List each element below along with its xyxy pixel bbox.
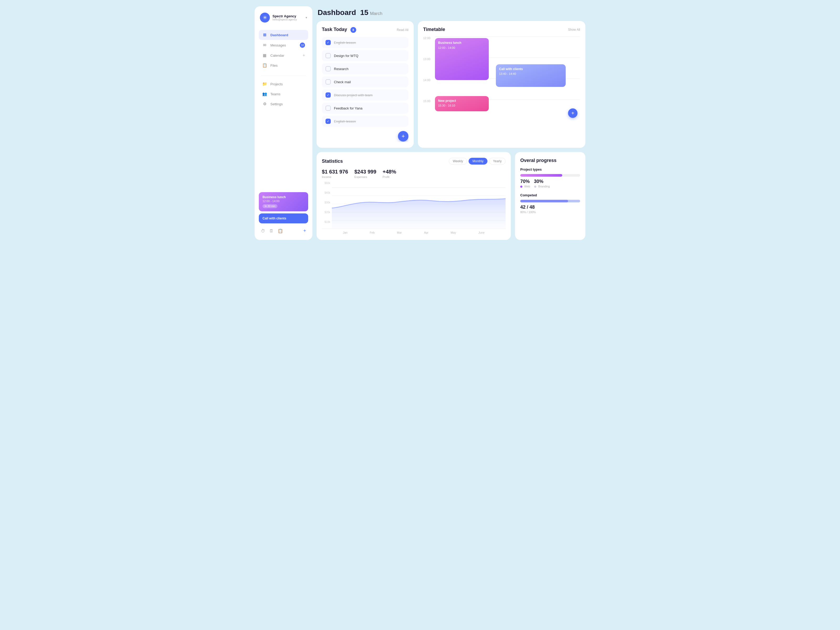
timetable-event-call-clients[interactable]: Call with clients 13:40 - 14:40 — [496, 64, 565, 87]
income-label: Income — [322, 175, 348, 178]
sidebar-item-projects[interactable]: 📁 Projects — [259, 79, 308, 89]
calendar-add-icon[interactable]: + — [303, 53, 305, 58]
calendar-small-icon[interactable]: 🗓 — [269, 229, 273, 234]
nav-divider — [261, 76, 306, 76]
task-item[interactable]: ✓ English lesson — [322, 116, 409, 127]
header-month: March — [370, 11, 382, 16]
task-label-4: Check mail — [334, 80, 351, 84]
filter-monthly[interactable]: Monthly — [469, 158, 488, 164]
profit-value: +48% — [383, 169, 396, 175]
task-item[interactable]: Design for WTQ — [322, 50, 409, 61]
completed-bar — [520, 200, 580, 202]
timetable-event-new-project[interactable]: New project 15:30 - 16:10 — [435, 96, 489, 111]
main-content: Dashboard 15 March Task Today 8 Read All — [317, 6, 585, 240]
sidebar-label-settings: Settings — [270, 102, 283, 106]
task-item[interactable]: ✓ English lesson — [322, 37, 409, 48]
sidebar-event-business-lunch[interactable]: Business lunch 12:00 - 14:00 In 30 min — [259, 192, 308, 211]
profit-label: Profit — [383, 175, 396, 178]
task-checkbox-2[interactable] — [325, 53, 331, 58]
sidebar-item-teams[interactable]: 👥 Teams — [259, 89, 308, 99]
web-label: Web — [520, 185, 530, 188]
project-types-bar-fill — [520, 174, 562, 177]
projects-icon: 📁 — [262, 82, 267, 86]
timetable-add-button[interactable]: + — [568, 108, 578, 118]
completed-value: 42 / 48 — [520, 204, 580, 210]
messages-badge: 10 — [300, 43, 305, 48]
task-checkbox-3[interactable] — [325, 66, 331, 71]
sidebar-event-title-2: Call with clients — [262, 216, 305, 220]
sidebar-item-messages[interactable]: ✉ Messages 10 — [259, 40, 308, 51]
project-types-title: Project types — [520, 167, 580, 171]
read-all-link[interactable]: Read All — [396, 28, 409, 32]
nav-group-2: 📁 Projects 👥 Teams ⚙ Settings — [259, 79, 308, 109]
task-item[interactable]: Research — [322, 63, 409, 74]
task-count-badge: 8 — [351, 27, 356, 33]
header-date: 15 March — [360, 8, 382, 17]
timetable-events: Business lunch 12:00 - 14:00 Call with c… — [435, 36, 580, 120]
progress-card-header: Overal progress — [520, 158, 580, 163]
sidebar-item-calendar[interactable]: ▦ Calendar + — [259, 51, 308, 60]
list-icon[interactable]: 📋 — [278, 228, 283, 234]
x-label-may: May — [451, 231, 456, 234]
task-item[interactable]: Check mail — [322, 76, 409, 87]
y-label-40k: $40k — [322, 191, 332, 194]
filter-yearly[interactable]: Yearly — [489, 158, 505, 164]
x-label-mar: Mar — [397, 231, 402, 234]
task-checkbox-1[interactable]: ✓ — [325, 40, 331, 45]
task-label-6: Feedback for Yana — [334, 106, 363, 110]
y-label-20k: $20k — [322, 211, 332, 214]
filter-weekly[interactable]: Weekly — [449, 158, 467, 164]
sidebar-event-call-clients[interactable]: Call with clients — [259, 213, 308, 223]
dashboard-icon: ⊞ — [262, 33, 267, 37]
income-value: $1 631 976 — [322, 169, 348, 175]
task-item[interactable]: ✓ Discuss project with team — [322, 90, 409, 101]
expenses-value: $243 999 — [354, 169, 376, 175]
logo-area[interactable]: ✳ Spectr Agency hello@spectr.agency ▾ — [259, 13, 308, 22]
task-checkbox-6[interactable] — [325, 106, 331, 111]
branding-dot — [534, 186, 536, 188]
stats-title: Statistics — [322, 159, 343, 164]
clock-icon[interactable]: ⏱ — [261, 229, 265, 234]
timetable-event-time-3: 15:30 - 16:10 — [438, 104, 486, 107]
project-types-bar — [520, 174, 580, 177]
logo-icon: ✳ — [260, 13, 270, 22]
progress-sub-labels: Web Branding — [520, 185, 580, 188]
files-icon: 📋 — [262, 63, 267, 68]
sidebar-item-files[interactable]: 📋 Files — [259, 60, 308, 70]
sidebar: ✳ Spectr Agency hello@spectr.agency ▾ ⊞ … — [255, 6, 313, 240]
task-checkbox-4[interactable] — [325, 79, 331, 85]
sidebar-item-settings[interactable]: ⚙ Settings — [259, 99, 308, 109]
task-checkbox-5[interactable]: ✓ — [325, 92, 331, 98]
task-label-1: English lesson — [334, 41, 356, 45]
time-label-13: 13:00 — [423, 57, 435, 61]
top-row: Task Today 8 Read All ✓ English lesson D… — [317, 21, 585, 148]
task-label-2: Design for WTQ — [334, 54, 358, 58]
branding-label: Branding — [534, 185, 549, 188]
timetable-event-title-2: Call with clients — [499, 67, 562, 71]
nav-group-1: ⊞ Dashboard ✉ Messages 10 ▦ Calendar + 📋… — [259, 30, 308, 70]
timetable-event-business-lunch[interactable]: Business lunch 12:00 - 14:00 — [435, 38, 489, 80]
task-add-button[interactable]: + — [398, 131, 409, 142]
header-day: 15 — [360, 8, 368, 17]
sidebar-event-time-1: 12:00 - 14:00 — [262, 199, 305, 203]
stat-profit: +48% Profit — [383, 169, 396, 178]
task-item[interactable]: Feedback for Yana — [322, 103, 409, 114]
timetable-card-header: Timetable Show All — [423, 27, 580, 32]
time-label-15: 15:00 — [423, 99, 435, 103]
completed-pct: 80% / 100% — [520, 210, 580, 214]
messages-icon: ✉ — [262, 43, 267, 47]
sidebar-item-dashboard[interactable]: ⊞ Dashboard — [259, 30, 308, 40]
chevron-down-icon[interactable]: ▾ — [306, 16, 307, 19]
company-name: Spectr Agency — [273, 14, 303, 18]
progress-card: Overal progress Project types 70% 30% — [515, 152, 585, 240]
x-label-apr: Apr — [424, 231, 428, 234]
x-label-feb: Feb — [369, 231, 374, 234]
progress-labels: 70% 30% — [520, 179, 580, 184]
add-icon[interactable]: + — [303, 228, 306, 234]
task-checkbox-7[interactable]: ✓ — [325, 118, 331, 124]
show-all-link[interactable]: Show All — [568, 28, 580, 32]
bottom-row: Statistics Weekly Monthly Yearly $1 631 … — [317, 152, 585, 240]
sidebar-bottom-icons: ⏱ 🗓 📋 + — [259, 226, 308, 234]
time-label-14: 14:00 — [423, 79, 435, 82]
task-label-7: English lesson — [334, 120, 356, 123]
